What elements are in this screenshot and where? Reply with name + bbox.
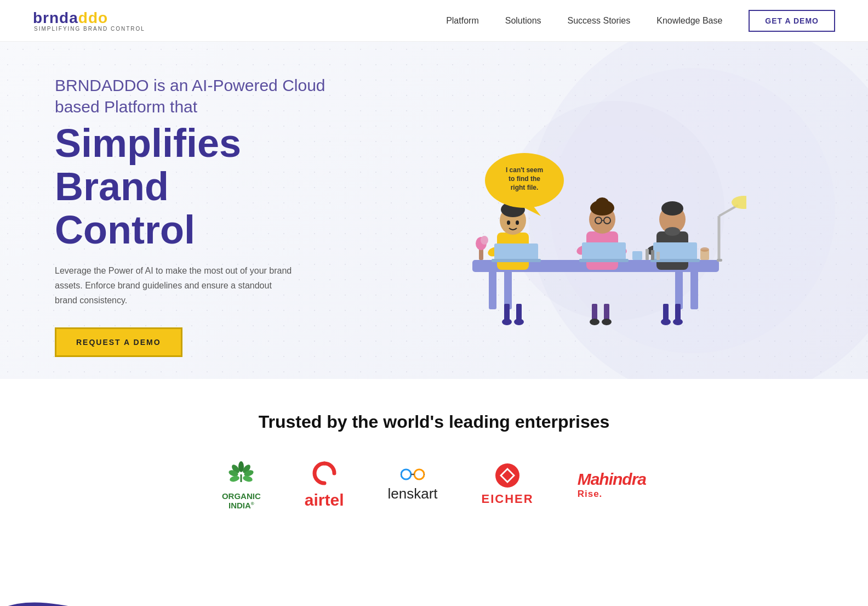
svg-point-53 [481, 236, 488, 245]
mahindra-rise: Rise. [578, 489, 603, 500]
svg-point-10 [514, 319, 524, 325]
svg-rect-5 [675, 271, 683, 309]
logo[interactable]: brnda ddo SIMPLIFYING BRAND CONTROL [33, 9, 145, 32]
request-demo-button[interactable]: REQUEST A DEMO [55, 327, 182, 357]
hero-svg-illustration: I can't seem to find the right file. [439, 95, 746, 337]
svg-rect-4 [504, 271, 512, 309]
navbar: brnda ddo SIMPLIFYING BRAND CONTROL Plat… [0, 0, 868, 42]
svg-rect-57 [632, 251, 642, 260]
nav-solutions[interactable]: Solutions [505, 16, 541, 26]
mahindra-name: Mahindra [578, 470, 646, 489]
airtel-text: airtel [305, 491, 344, 509]
hero-text: BRNDADDO is an AI-Powered Cloud based Pl… [55, 75, 362, 357]
svg-rect-35 [663, 304, 669, 320]
lenskart-logo: lenskart [388, 468, 438, 502]
logo-brnd: brnda [33, 9, 78, 27]
svg-point-29 [596, 197, 609, 208]
svg-rect-33 [582, 242, 626, 260]
hero-title: Simplifies Brand Control [55, 122, 362, 252]
svg-rect-3 [489, 271, 496, 309]
svg-rect-8 [516, 304, 522, 320]
trusted-section: Trusted by the world's leading enterpris… [0, 379, 868, 543]
svg-point-74 [414, 469, 424, 479]
airtel-logo: airtel [305, 460, 344, 509]
svg-rect-54 [646, 249, 649, 260]
svg-text:right file.: right file. [511, 184, 539, 191]
logos-row: ORGANIC INDIA® airtel lenskart [55, 460, 813, 543]
svg-point-70 [229, 475, 240, 483]
svg-point-43 [661, 201, 683, 216]
trusted-title: Trusted by the world's leading enterpris… [55, 412, 813, 432]
svg-point-71 [242, 475, 253, 483]
svg-text:I can't seem: I can't seem [506, 166, 543, 174]
svg-point-17 [516, 220, 519, 225]
hero-illustration: I can't seem to find the right file. [362, 95, 824, 337]
svg-rect-7 [504, 304, 510, 320]
svg-rect-50 [717, 259, 722, 262]
svg-point-22 [590, 319, 599, 325]
svg-rect-21 [604, 304, 609, 320]
svg-point-38 [673, 319, 683, 325]
svg-rect-55 [651, 250, 654, 260]
svg-rect-34 [579, 259, 629, 262]
lenskart-text: lenskart [388, 485, 438, 502]
hero-subtitle: BRNDADDO is an AI-Powered Cloud based Pl… [55, 75, 362, 117]
hero-title-line2: Control [55, 208, 195, 252]
hero-title-line1: Simplifies Brand [55, 121, 241, 208]
svg-point-44 [665, 227, 680, 236]
svg-point-9 [502, 319, 512, 325]
eicher-logo: EICHER [482, 463, 534, 506]
lenskart-icon [401, 468, 425, 481]
airtel-icon [311, 460, 338, 486]
svg-rect-19 [492, 259, 541, 262]
svg-rect-20 [592, 304, 597, 320]
svg-point-59 [700, 247, 709, 252]
mahindra-logo: Mahindra Rise. [578, 470, 646, 500]
nav-success-stories[interactable]: Success Stories [568, 16, 631, 26]
nav-knowledge-base[interactable]: Knowledge Base [656, 16, 722, 26]
svg-rect-6 [690, 271, 698, 309]
nav-links: Platform Solutions Success Stories Knowl… [446, 10, 835, 32]
svg-point-37 [661, 319, 671, 325]
eicher-icon [495, 463, 519, 488]
svg-text:to find the: to find the [509, 175, 540, 183]
get-demo-button[interactable]: GET A DEMO [749, 10, 835, 32]
svg-point-73 [401, 469, 411, 479]
svg-point-16 [507, 220, 510, 225]
hero-description: Leverage the Power of AI to make the mos… [55, 263, 296, 308]
hero-section: BRNDADDO is an AI-Powered Cloud based Pl… [0, 42, 868, 379]
svg-point-23 [602, 319, 612, 325]
nav-platform[interactable]: Platform [446, 16, 479, 26]
svg-rect-18 [494, 243, 538, 260]
svg-rect-36 [675, 304, 681, 320]
logo-tagline: SIMPLIFYING BRAND CONTROL [33, 26, 145, 32]
eicher-text: EICHER [482, 492, 534, 506]
logo-addo: ddo [78, 9, 108, 27]
organic-india-icon [226, 460, 256, 489]
wave-svg [0, 576, 868, 606]
organic-india-logo: ORGANIC INDIA® [222, 460, 261, 510]
svg-rect-56 [656, 252, 660, 260]
wave-section [0, 543, 868, 606]
